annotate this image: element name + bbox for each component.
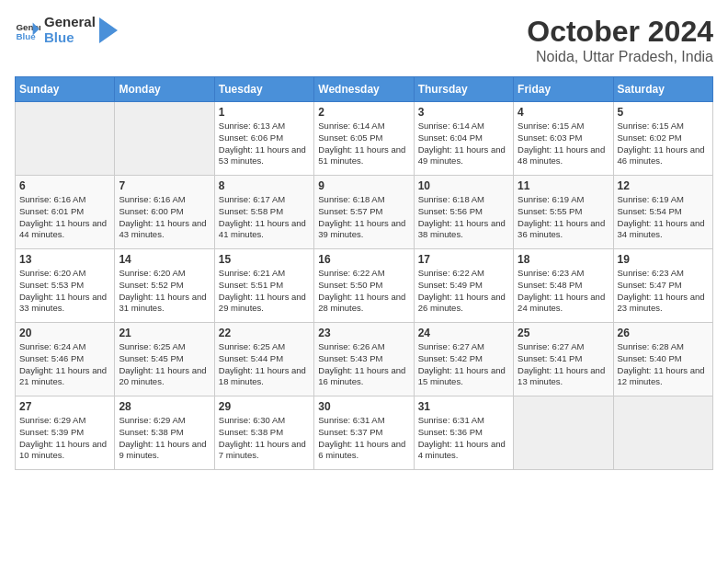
- calendar-cell: 7Sunrise: 6:16 AMSunset: 6:00 PMDaylight…: [115, 176, 214, 249]
- day-number: 7: [119, 179, 210, 192]
- day-number: 4: [518, 106, 609, 119]
- location-title: Noida, Uttar Pradesh, India: [527, 49, 713, 65]
- title-block: October 2024 Noida, Uttar Pradesh, India: [527, 15, 713, 65]
- day-number: 5: [618, 106, 709, 119]
- day-number: 21: [119, 327, 210, 339]
- calendar-cell: 5Sunrise: 6:15 AMSunset: 6:02 PMDaylight…: [613, 102, 712, 176]
- weekday-header: Thursday: [414, 77, 513, 102]
- day-number: 22: [219, 327, 310, 339]
- day-number: 8: [219, 179, 310, 192]
- logo: General Blue General Blue: [15, 15, 118, 45]
- day-number: 11: [518, 179, 609, 192]
- cell-details: Sunrise: 6:20 AMSunset: 5:52 PMDaylight:…: [119, 268, 210, 315]
- cell-details: Sunrise: 6:16 AMSunset: 6:00 PMDaylight:…: [119, 194, 210, 241]
- cell-details: Sunrise: 6:19 AMSunset: 5:55 PMDaylight:…: [518, 194, 609, 241]
- day-number: 2: [318, 106, 409, 119]
- calendar-cell: 6Sunrise: 6:16 AMSunset: 6:01 PMDaylight…: [16, 176, 115, 249]
- calendar-cell: [115, 102, 214, 176]
- weekday-header: Monday: [115, 77, 214, 102]
- page-header: General Blue General Blue October 2024 N…: [15, 15, 713, 65]
- day-number: 24: [418, 327, 509, 339]
- day-number: 25: [518, 327, 609, 339]
- calendar-cell: 31Sunrise: 6:31 AMSunset: 5:36 PMDayligh…: [414, 396, 513, 470]
- day-number: 19: [618, 253, 709, 266]
- cell-details: Sunrise: 6:18 AMSunset: 5:56 PMDaylight:…: [418, 194, 509, 241]
- cell-details: Sunrise: 6:15 AMSunset: 6:02 PMDaylight:…: [618, 121, 709, 167]
- calendar-cell: 10Sunrise: 6:18 AMSunset: 5:56 PMDayligh…: [414, 176, 513, 249]
- calendar-cell: 14Sunrise: 6:20 AMSunset: 5:52 PMDayligh…: [115, 249, 214, 323]
- calendar-cell: 13Sunrise: 6:20 AMSunset: 5:53 PMDayligh…: [16, 249, 115, 323]
- day-number: 17: [418, 253, 509, 266]
- day-number: 1: [219, 106, 310, 119]
- weekday-header: Wednesday: [314, 77, 414, 102]
- calendar-cell: 25Sunrise: 6:27 AMSunset: 5:41 PMDayligh…: [514, 323, 613, 396]
- cell-details: Sunrise: 6:31 AMSunset: 5:37 PMDaylight:…: [318, 415, 409, 462]
- calendar-cell: 23Sunrise: 6:26 AMSunset: 5:43 PMDayligh…: [314, 323, 414, 396]
- cell-details: Sunrise: 6:24 AMSunset: 5:46 PMDaylight:…: [19, 341, 110, 388]
- cell-details: Sunrise: 6:13 AMSunset: 6:06 PMDaylight:…: [219, 121, 310, 167]
- calendar-cell: 4Sunrise: 6:15 AMSunset: 6:03 PMDaylight…: [514, 102, 613, 176]
- weekday-header: Friday: [514, 77, 613, 102]
- logo-arrow-icon: [99, 17, 118, 43]
- cell-details: Sunrise: 6:17 AMSunset: 5:58 PMDaylight:…: [219, 194, 310, 241]
- cell-details: Sunrise: 6:30 AMSunset: 5:38 PMDaylight:…: [219, 415, 310, 462]
- calendar-cell: 12Sunrise: 6:19 AMSunset: 5:54 PMDayligh…: [613, 176, 712, 249]
- calendar-cell: 21Sunrise: 6:25 AMSunset: 5:45 PMDayligh…: [115, 323, 214, 396]
- calendar-cell: 9Sunrise: 6:18 AMSunset: 5:57 PMDaylight…: [314, 176, 414, 249]
- cell-details: Sunrise: 6:27 AMSunset: 5:41 PMDaylight:…: [518, 341, 609, 388]
- day-number: 26: [618, 327, 709, 339]
- calendar-cell: 29Sunrise: 6:30 AMSunset: 5:38 PMDayligh…: [214, 396, 313, 470]
- day-number: 29: [219, 400, 310, 413]
- calendar-cell: 8Sunrise: 6:17 AMSunset: 5:58 PMDaylight…: [214, 176, 313, 249]
- cell-details: Sunrise: 6:26 AMSunset: 5:43 PMDaylight:…: [318, 341, 409, 388]
- month-title: October 2024: [527, 15, 713, 49]
- day-number: 20: [19, 327, 110, 339]
- cell-details: Sunrise: 6:23 AMSunset: 5:48 PMDaylight:…: [518, 268, 609, 315]
- calendar-cell: 20Sunrise: 6:24 AMSunset: 5:46 PMDayligh…: [16, 323, 115, 396]
- calendar-cell: 3Sunrise: 6:14 AMSunset: 6:04 PMDaylight…: [414, 102, 513, 176]
- calendar-cell: 18Sunrise: 6:23 AMSunset: 5:48 PMDayligh…: [514, 249, 613, 323]
- day-number: 18: [518, 253, 609, 266]
- calendar-cell: 26Sunrise: 6:28 AMSunset: 5:40 PMDayligh…: [613, 323, 712, 396]
- calendar-cell: 19Sunrise: 6:23 AMSunset: 5:47 PMDayligh…: [613, 249, 712, 323]
- cell-details: Sunrise: 6:20 AMSunset: 5:53 PMDaylight:…: [19, 268, 110, 315]
- cell-details: Sunrise: 6:29 AMSunset: 5:38 PMDaylight:…: [119, 415, 210, 462]
- day-number: 12: [618, 179, 709, 192]
- cell-details: Sunrise: 6:29 AMSunset: 5:39 PMDaylight:…: [19, 415, 110, 462]
- day-number: 16: [318, 253, 409, 266]
- weekday-header: Sunday: [16, 77, 115, 102]
- day-number: 9: [318, 179, 409, 192]
- cell-details: Sunrise: 6:16 AMSunset: 6:01 PMDaylight:…: [19, 194, 110, 241]
- calendar-cell: 2Sunrise: 6:14 AMSunset: 6:05 PMDaylight…: [314, 102, 414, 176]
- cell-details: Sunrise: 6:15 AMSunset: 6:03 PMDaylight:…: [518, 121, 609, 167]
- calendar-cell: 11Sunrise: 6:19 AMSunset: 5:55 PMDayligh…: [514, 176, 613, 249]
- calendar-cell: 16Sunrise: 6:22 AMSunset: 5:50 PMDayligh…: [314, 249, 414, 323]
- weekday-header: Saturday: [613, 77, 712, 102]
- cell-details: Sunrise: 6:22 AMSunset: 5:49 PMDaylight:…: [418, 268, 509, 315]
- cell-details: Sunrise: 6:21 AMSunset: 5:51 PMDaylight:…: [219, 268, 310, 315]
- day-number: 31: [418, 400, 509, 413]
- day-number: 28: [119, 400, 210, 413]
- cell-details: Sunrise: 6:22 AMSunset: 5:50 PMDaylight:…: [318, 268, 409, 315]
- calendar-cell: 27Sunrise: 6:29 AMSunset: 5:39 PMDayligh…: [16, 396, 115, 470]
- calendar-cell: 17Sunrise: 6:22 AMSunset: 5:49 PMDayligh…: [414, 249, 513, 323]
- calendar-table: SundayMondayTuesdayWednesdayThursdayFrid…: [15, 76, 713, 470]
- cell-details: Sunrise: 6:14 AMSunset: 6:04 PMDaylight:…: [418, 121, 509, 167]
- logo-icon: General Blue: [15, 17, 40, 43]
- cell-details: Sunrise: 6:25 AMSunset: 5:44 PMDaylight:…: [219, 341, 310, 388]
- day-number: 10: [418, 179, 509, 192]
- day-number: 23: [318, 327, 409, 339]
- calendar-cell: [16, 102, 115, 176]
- logo-general: General: [44, 15, 96, 30]
- calendar-cell: [514, 396, 613, 470]
- day-number: 3: [418, 106, 509, 119]
- cell-details: Sunrise: 6:19 AMSunset: 5:54 PMDaylight:…: [618, 194, 709, 241]
- calendar-cell: [613, 396, 712, 470]
- calendar-cell: 1Sunrise: 6:13 AMSunset: 6:06 PMDaylight…: [214, 102, 313, 176]
- cell-details: Sunrise: 6:25 AMSunset: 5:45 PMDaylight:…: [119, 341, 210, 388]
- calendar-cell: 30Sunrise: 6:31 AMSunset: 5:37 PMDayligh…: [314, 396, 414, 470]
- cell-details: Sunrise: 6:14 AMSunset: 6:05 PMDaylight:…: [318, 121, 409, 167]
- logo-blue: Blue: [44, 30, 96, 46]
- day-number: 13: [19, 253, 110, 266]
- calendar-cell: 22Sunrise: 6:25 AMSunset: 5:44 PMDayligh…: [214, 323, 313, 396]
